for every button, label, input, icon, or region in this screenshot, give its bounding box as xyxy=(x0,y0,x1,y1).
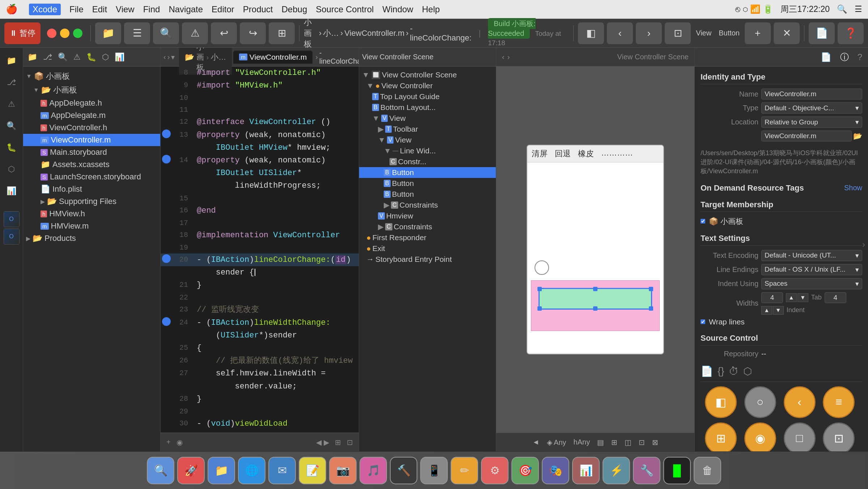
menu-product[interactable]: Product xyxy=(243,4,273,14)
ib-constr[interactable]: C Constr... xyxy=(359,156,496,167)
menu-find[interactable]: Find xyxy=(143,4,160,14)
breadcrumb-target[interactable]: 小… xyxy=(323,28,339,39)
toolbar-btn-6[interactable]: ↪ xyxy=(240,22,266,44)
toolbar-nav-fwd[interactable]: › xyxy=(636,22,662,44)
breadcrumb-file[interactable]: ViewController.m xyxy=(344,29,404,38)
insp-input-filename[interactable]: ViewController.m xyxy=(761,131,852,141)
canvas-nav-back[interactable]: ‹ xyxy=(502,53,505,61)
source-control-icon[interactable]: ⎇ xyxy=(3,74,20,91)
file-tree-icon-4[interactable]: ⚠ xyxy=(72,51,82,63)
tree-supporting[interactable]: ▶ 📂 Supporting Files xyxy=(23,195,160,208)
ib-hmview[interactable]: V Hmview xyxy=(359,211,496,221)
stop-button[interactable]: ⏸ 暂停 xyxy=(4,22,41,44)
insp-select-encoding[interactable]: Default - Unicode (UT... ▾ xyxy=(761,250,862,261)
editor-breadcrumb-method[interactable]: -lineColorChange: xyxy=(319,49,359,65)
menu-xcode[interactable]: Xcode xyxy=(29,4,61,15)
tree-assets[interactable]: 📁 Assets.xcassets xyxy=(23,158,160,171)
tree-viewcontroller-h[interactable]: h ViewController.h xyxy=(23,122,160,134)
insp-wrap-check[interactable] xyxy=(701,319,705,324)
insp-tab-width[interactable]: 4 xyxy=(761,292,783,303)
ib-bottom-layout[interactable]: B Bottom Layout... xyxy=(359,102,496,113)
dock-app3[interactable]: 🎭 xyxy=(542,457,569,484)
ib-storyboard-entry[interactable]: → Storyboard Entry Point xyxy=(359,254,496,265)
file-tree-icon-2[interactable]: ⎇ xyxy=(42,51,54,63)
btn-eraser[interactable]: 橡皮 xyxy=(578,148,594,159)
insp-tab-identity[interactable]: ⓘ xyxy=(837,50,852,64)
toolbar-manual-btn[interactable]: ◧ xyxy=(578,22,604,44)
canvas-size-hany[interactable]: hAny xyxy=(574,438,590,446)
insp-sc-icon-4[interactable]: ⬡ xyxy=(743,365,752,377)
canvas-layout-1[interactable]: ▤ xyxy=(597,438,604,447)
ib-constraints-main[interactable]: ▶ C Constraints xyxy=(359,221,496,232)
obj-item-1[interactable]: ◧ xyxy=(705,386,737,418)
breakpoint-14[interactable] xyxy=(162,155,171,163)
btn-clear[interactable]: 清屏 xyxy=(532,148,548,159)
dock-trash[interactable]: 🗑 xyxy=(694,457,721,484)
dock-app2[interactable]: 🎯 xyxy=(511,457,539,484)
ib-button-1[interactable]: B Button xyxy=(359,167,496,178)
tree-viewcontroller-m[interactable]: m ViewController.m xyxy=(23,134,160,146)
tree-products[interactable]: ▶ 📂 Products xyxy=(23,232,160,244)
insp-select-type[interactable]: Default - Objective-C... ▾ xyxy=(761,102,862,114)
menu-navigate[interactable]: Navigate xyxy=(169,4,203,14)
minimize-button[interactable] xyxy=(60,29,69,38)
menu-file[interactable]: File xyxy=(69,4,84,14)
ib-view-main[interactable]: ▼ V View xyxy=(359,113,496,124)
menu-editor[interactable]: Editor xyxy=(212,4,234,14)
green-button[interactable] xyxy=(539,288,652,310)
file-tree-icon-7[interactable]: 📊 xyxy=(113,51,126,63)
inspector-btn-1[interactable]: 📄 xyxy=(809,22,835,44)
dock-itunes[interactable]: 🎵 xyxy=(359,457,387,484)
dock-xcode[interactable]: 🔨 xyxy=(390,457,417,484)
insp-select-lineend[interactable]: Default - OS X / Unix (LF... ▾ xyxy=(761,264,862,275)
code-content[interactable]: 8 #import "ViewController.h" 9 #import "… xyxy=(161,67,359,433)
editor-add-file[interactable]: + xyxy=(166,438,171,446)
menubar-search-icon[interactable]: 🔍 xyxy=(837,4,847,14)
insp-tab-file[interactable]: 📄 xyxy=(818,51,834,64)
ib-toolbar[interactable]: ▶ T Toolbar xyxy=(359,124,496,135)
insp-indent-width[interactable]: 4 xyxy=(825,292,846,303)
insp-select-indent[interactable]: Spaces ▾ xyxy=(761,278,862,289)
ib-constraints-sub[interactable]: ▶ C Constraints xyxy=(359,200,496,211)
breadcrumb-project[interactable]: 小画板 xyxy=(304,17,318,50)
tree-main-storyboard[interactable]: S Main.storyboard xyxy=(23,146,160,158)
canvas-content[interactable]: 清屏 回退 橡皮 ………… xyxy=(496,67,694,433)
editor-status-nav[interactable]: ◀ ▶ xyxy=(316,438,329,447)
ib-button-3[interactable]: B Button xyxy=(359,189,496,200)
circle-element[interactable] xyxy=(535,260,549,275)
insp-indent-up[interactable]: ▲ xyxy=(761,306,772,315)
canvas-layout-2[interactable]: ⊞ xyxy=(611,438,617,447)
dock-simulator[interactable]: 📱 xyxy=(420,457,448,484)
insp-target-check[interactable] xyxy=(701,219,705,224)
ib-top-layout[interactable]: T Top Layout Guide xyxy=(359,91,496,102)
toolbar-add-btn[interactable]: + xyxy=(745,22,771,44)
toolbar-btn-7[interactable]: ⊞ xyxy=(269,22,295,44)
toolbar-view-label[interactable]: View xyxy=(694,29,714,37)
ib-resize-handle[interactable]: › xyxy=(859,0,868,489)
dock-app6[interactable]: 🔧 xyxy=(633,457,660,484)
obj-item-3[interactable]: ‹ xyxy=(784,386,816,418)
toolbar-btn-3[interactable]: 🔍 xyxy=(153,22,179,44)
ib-scene-root[interactable]: ▼ 🔲 View Controller Scene xyxy=(359,69,496,80)
thumb-2[interactable]: O xyxy=(4,229,20,244)
ib-line-wid[interactable]: ▼ — Line Wid... xyxy=(359,145,496,156)
menu-window[interactable]: Window xyxy=(382,4,413,14)
close-button[interactable] xyxy=(47,29,56,38)
breakpoints-icon[interactable]: ⬡ xyxy=(3,161,20,178)
ib-vc[interactable]: ▼ ● View Controller xyxy=(359,80,496,91)
dock-notes[interactable]: 📝 xyxy=(299,457,326,484)
insp-select-location[interactable]: Relative to Group ▾ xyxy=(761,116,862,128)
file-tree-icon-3[interactable]: 🔍 xyxy=(56,51,69,63)
tree-appdelegate-m[interactable]: m AppDelegate.m xyxy=(23,109,160,122)
toolbar-btn-2[interactable]: ☰ xyxy=(124,22,150,44)
insp-tab-up[interactable]: ▲ xyxy=(786,293,797,302)
dock-finder[interactable]: 🔍 xyxy=(147,457,174,484)
insp-tab-down[interactable]: ▼ xyxy=(797,293,808,302)
file-tree-icon-6[interactable]: ⬡ xyxy=(101,51,110,63)
issues-icon[interactable]: ⚠ xyxy=(3,95,20,113)
breadcrumb-method[interactable]: -lineColorChange: xyxy=(410,24,472,43)
apple-menu[interactable]: 🍎 xyxy=(6,4,17,15)
navigator-toggle[interactable]: 📁 xyxy=(95,22,121,44)
editor-nav-fwd[interactable]: › xyxy=(167,53,170,61)
editor-nav-list[interactable]: ▾ xyxy=(171,53,175,61)
